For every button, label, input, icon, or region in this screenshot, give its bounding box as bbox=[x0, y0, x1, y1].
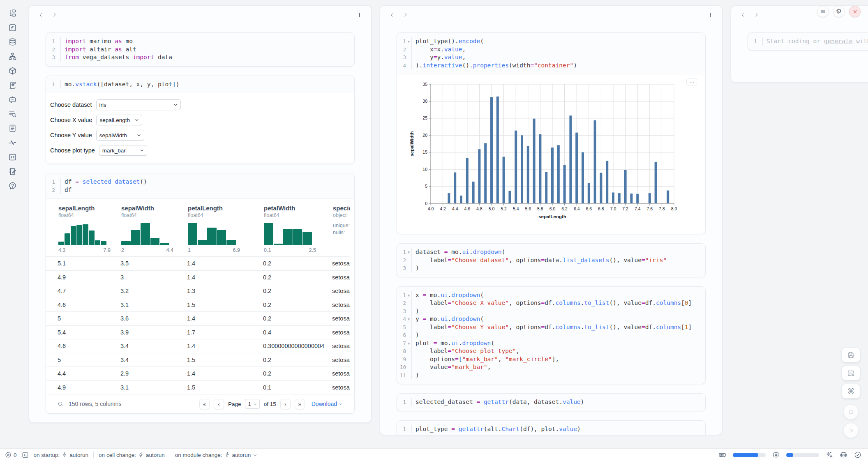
fold-chevron-icon[interactable]: ▼ bbox=[406, 37, 411, 46]
column-header-species[interactable]: speciesobjectunique:nulls: bbox=[333, 205, 350, 236]
error-indicator[interactable]: 0 bbox=[5, 452, 17, 458]
table-row[interactable]: 4.73.21.30.2setosa bbox=[46, 284, 350, 298]
column-prev-button[interactable] bbox=[37, 10, 46, 19]
table-row[interactable]: 4.63.41.40.30000000000000004setosa bbox=[46, 339, 350, 353]
table-row[interactable]: 53.41.50.2setosa bbox=[46, 353, 350, 367]
next-page-button[interactable]: › bbox=[280, 399, 291, 409]
terminal-button[interactable] bbox=[22, 452, 29, 459]
column-header-petalWidth[interactable]: petalWidthfloat640.12.5 bbox=[264, 205, 316, 253]
code-line[interactable]: from vega_datasets import data bbox=[60, 53, 172, 62]
settings-button[interactable]: ⚙ bbox=[833, 6, 845, 17]
column-header-petalLength[interactable]: petalLengthfloat6416.9 bbox=[188, 205, 240, 253]
code-line[interactable]: x = mo.ui.dropdown( bbox=[411, 291, 484, 300]
run-button[interactable] bbox=[843, 423, 859, 438]
search-icon[interactable] bbox=[58, 401, 64, 407]
code-line[interactable]: selected_dataset = getattr(data, dataset… bbox=[411, 398, 584, 406]
on-cell-change-setting[interactable]: on cell change: autorun bbox=[99, 452, 165, 458]
dependency-graph-icon[interactable] bbox=[8, 52, 17, 60]
column-prev-button[interactable] bbox=[739, 10, 748, 19]
code-line[interactable]: import marimo as mo bbox=[60, 37, 133, 46]
on-startup-setting[interactable]: on startup: autorun bbox=[34, 452, 89, 458]
code-editor[interactable]: 1▼plot_type().encode(2 x=x.value,3 y=y.v… bbox=[397, 33, 705, 74]
table-row[interactable]: 53.61.40.2setosa bbox=[46, 311, 350, 325]
code-line[interactable]: plot_type = getattr(alt.Chart(df), plot.… bbox=[411, 425, 581, 433]
code-line[interactable]: label="Choose plot type", bbox=[411, 347, 519, 355]
dropdown-select[interactable]: iris bbox=[96, 99, 181, 110]
output-actions-button[interactable]: ⋯ bbox=[686, 78, 697, 85]
snippets-icon[interactable] bbox=[8, 153, 17, 161]
documentation-icon[interactable] bbox=[8, 124, 17, 132]
fold-chevron-icon[interactable]: ▼ bbox=[406, 315, 411, 323]
code-line[interactable]: plot = mo.ui.dropdown( bbox=[411, 339, 494, 348]
column-next-button[interactable] bbox=[401, 10, 410, 19]
code-line[interactable]: label="Choose Y value", options=df.colum… bbox=[411, 323, 692, 332]
fold-chevron-icon[interactable]: ▼ bbox=[406, 291, 411, 300]
on-module-change-setting[interactable]: on module change: autorun bbox=[175, 452, 258, 458]
help-icon[interactable] bbox=[8, 182, 17, 190]
code-line[interactable]: ) bbox=[411, 264, 419, 272]
prev-page-button[interactable]: ‹ bbox=[214, 399, 224, 409]
code-line[interactable]: ) bbox=[411, 371, 419, 380]
dropdown-select[interactable]: sepalWidth bbox=[96, 130, 144, 141]
code-line[interactable]: ) bbox=[411, 331, 419, 339]
table-row[interactable]: 5.43.91.70.4setosa bbox=[46, 325, 350, 339]
code-line[interactable]: x=x.value, bbox=[411, 46, 466, 54]
code-editor[interactable]: 1 Start coding or generate with AI bbox=[748, 33, 868, 50]
code-line[interactable]: plot_type().encode( bbox=[411, 37, 484, 46]
code-line[interactable]: df bbox=[60, 186, 72, 194]
code-editor[interactable]: 1import marimo as mo2import altair as al… bbox=[46, 33, 354, 66]
ai-sparkles-button[interactable] bbox=[826, 451, 833, 459]
bar-chart[interactable]: 4.04.24.44.64.85.05.25.45.65.86.06.26.46… bbox=[408, 79, 695, 224]
code-line[interactable]: mo.vstack([dataset, x, y, plot]) bbox=[60, 81, 179, 89]
ai-chat-icon[interactable] bbox=[8, 95, 17, 104]
column-header-sepalLength[interactable]: sepalLengthfloat644.37.9 bbox=[58, 205, 111, 253]
column-next-button[interactable] bbox=[50, 10, 59, 19]
stop-button[interactable] bbox=[843, 404, 859, 420]
code-line[interactable]: dataset = mo.ui.dropdown( bbox=[411, 248, 505, 256]
notes-icon[interactable] bbox=[8, 167, 17, 175]
code-line[interactable]: import altair as alt bbox=[60, 46, 136, 54]
fold-chevron-icon[interactable]: ▼ bbox=[406, 339, 411, 348]
code-editor[interactable]: 1▼x = mo.ui.dropdown(2 label="Choose X v… bbox=[397, 287, 705, 384]
keyboard-shortcuts-button[interactable]: ⌘ bbox=[842, 384, 860, 399]
column-header-sepalWidth[interactable]: sepalWidthfloat6424.4 bbox=[121, 205, 173, 253]
copilot-button[interactable] bbox=[840, 451, 847, 459]
logs-icon[interactable] bbox=[8, 110, 17, 118]
code-line[interactable]: df = selected_dataset() bbox=[60, 178, 147, 186]
column-next-button[interactable] bbox=[752, 10, 761, 19]
datasources-icon[interactable] bbox=[8, 38, 17, 46]
code-editor[interactable]: 1plot_type = getattr(alt.Chart(df), plot… bbox=[397, 421, 705, 436]
notebook-menu-button[interactable] bbox=[817, 6, 829, 17]
table-row[interactable]: 4.931.40.2setosa bbox=[46, 270, 350, 284]
file-explorer-icon[interactable] bbox=[8, 9, 17, 17]
code-line[interactable]: ).interactive().properties(width="contai… bbox=[411, 62, 577, 70]
code-line[interactable]: options=["mark_bar", "mark_circle"], bbox=[411, 355, 559, 364]
code-line[interactable]: label="Choose dataset", options=data.lis… bbox=[411, 256, 667, 265]
code-line[interactable]: y = mo.ui.dropdown( bbox=[411, 315, 484, 323]
packages-icon[interactable] bbox=[8, 67, 17, 75]
table-row[interactable]: 4.93.11.50.1setosa bbox=[46, 380, 350, 394]
table-row[interactable]: 5.13.51.40.2setosa bbox=[46, 256, 350, 270]
add-cell-button[interactable] bbox=[355, 10, 364, 19]
code-line[interactable]: ) bbox=[411, 307, 419, 316]
code-editor[interactable]: 1▼dataset = mo.ui.dropdown(2 label="Choo… bbox=[397, 244, 705, 277]
column-prev-button[interactable] bbox=[388, 10, 397, 19]
shutdown-button[interactable] bbox=[849, 6, 861, 17]
tracing-icon[interactable] bbox=[8, 138, 17, 147]
code-line[interactable]: label="Choose X value", options=df.colum… bbox=[411, 299, 692, 307]
code-editor[interactable]: 1df = selected_dataset()2df bbox=[46, 173, 354, 199]
code-editor[interactable]: 1mo.vstack([dataset, x, y, plot]) bbox=[46, 76, 354, 94]
altair-chart-output[interactable]: 4.04.24.44.64.85.05.25.45.65.86.06.26.46… bbox=[397, 74, 705, 234]
first-page-button[interactable]: « bbox=[199, 399, 210, 409]
scratchpad-icon[interactable] bbox=[8, 81, 17, 89]
dropdown-select[interactable]: sepalLength bbox=[96, 115, 142, 125]
add-cell-button[interactable] bbox=[706, 10, 715, 19]
code-editor[interactable]: 1selected_dataset = getattr(data, datase… bbox=[397, 394, 705, 411]
dropdown-select[interactable]: mark_bar bbox=[99, 145, 147, 156]
page-select[interactable]: 1 bbox=[245, 399, 259, 409]
download-button[interactable]: Download bbox=[312, 401, 343, 407]
last-page-button[interactable]: » bbox=[295, 399, 305, 409]
layout-toggle-button[interactable] bbox=[842, 366, 860, 380]
connection-status-button[interactable] bbox=[854, 451, 861, 459]
code-line[interactable]: value="mark_bar", bbox=[411, 363, 491, 371]
